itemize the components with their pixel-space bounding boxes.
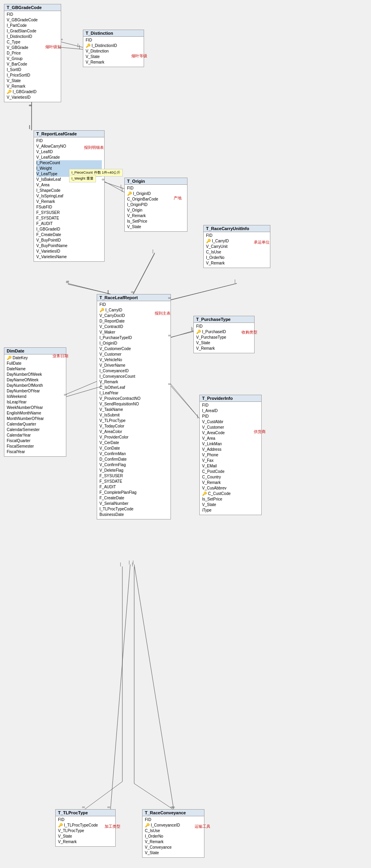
label-baodao-mingxi: 报到明细表 xyxy=(84,145,104,150)
field-fid-pt: FID xyxy=(196,324,252,329)
field-dprice: D_Price xyxy=(7,51,58,56)
field-vbuypointname: V_BuyPointName xyxy=(36,243,102,249)
field-calendarsemester: CalendarSemester xyxy=(7,427,64,433)
field-fid-r: FID xyxy=(36,138,102,144)
field-vstate-o: V_State xyxy=(127,224,185,230)
table-header-distinction: T_Distinction xyxy=(83,30,144,37)
field-fcreatedate-rl: F_CreateDate xyxy=(99,495,168,501)
field-fid-d: FID xyxy=(86,37,141,43)
field-vvarietiesid-r: V_VarietiesID xyxy=(36,249,102,254)
field-varea-r: V_Area xyxy=(36,182,102,188)
field-vconfirmflag: V_ConfirmFlag xyxy=(99,462,168,468)
field-vtaskname: V_TaskName xyxy=(99,407,168,412)
table-fields-dimdate: 🔑DateKey FullDate DateName DayNumberOfWe… xyxy=(4,354,66,456)
svg-text:∞: ∞ xyxy=(29,103,32,107)
field-vcustomer-pi: V_Customer xyxy=(202,425,259,430)
field-fid-tl: FID xyxy=(58,817,113,823)
field-vcusabbrev: V_CusAbbrev xyxy=(202,486,259,491)
field-faudit-r: F_AUDIT xyxy=(36,221,102,227)
table-header-gbgradecode: T_GBGradeCode xyxy=(4,4,61,11)
field-businessdate: BusinessDate xyxy=(99,512,168,517)
table-fields-raceleafreport: FID 🔑I_CarryID V_CarryDocID D_ReportDate… xyxy=(97,301,171,519)
svg-text:∞: ∞ xyxy=(171,805,173,809)
field-igbgradeid: 🔑I_GBGradeID xyxy=(7,89,58,95)
field-vserialnumber: V_SerialNumber xyxy=(99,501,168,506)
field-vbarcode: V_BarCode xyxy=(7,62,58,67)
field-vareacode: V_AreaCode xyxy=(202,430,259,436)
field-igradstancode: I_GradStanCode xyxy=(7,28,58,34)
svg-text:|: | xyxy=(234,279,236,283)
svg-text:|: | xyxy=(79,44,80,49)
field-vdrivername: V_DriverName xyxy=(99,363,168,368)
field-isortid: I_SortID xyxy=(7,67,58,73)
field-vstate-rc: V_State xyxy=(145,850,202,856)
field-fsysuser-r: F_SYSUSER xyxy=(36,210,102,216)
field-iconveyanceid: I_ConveyanceID xyxy=(99,368,168,374)
field-issetprice-pi: Is_SetPrice xyxy=(202,497,259,502)
table-fields-distinction: FID 🔑I_DistinctionID V_Distinction V_Sta… xyxy=(83,37,144,67)
field-vremark-pt: V_Remark xyxy=(196,346,252,351)
field-ishapecode: I_ShapeCode xyxy=(36,188,102,193)
svg-line-13 xyxy=(133,253,155,294)
label-jiagong-leixing: 加工类型 xyxy=(105,824,120,829)
field-ccustcode: 🔑C_CustCode xyxy=(202,491,259,497)
field-fcreatedate-r: F_CreateDate xyxy=(36,232,102,238)
field-ipiececount: I_PieceCount xyxy=(36,160,102,166)
field-englishmonthname: EnglishMonthName xyxy=(7,411,64,416)
field-fid-o: FID xyxy=(127,186,185,191)
field-idistinctionid-d: 🔑I_DistinctionID xyxy=(86,43,141,49)
table-fields-racecarryunitinfo: FID 🔑I_CarryID V_CarryUnit C_IsUse I_Ord… xyxy=(204,232,270,268)
field-vremark-o: V_Remark xyxy=(127,213,185,219)
svg-line-6 xyxy=(103,182,124,189)
field-dconfirmdate: D_ConfirmDate xyxy=(99,457,168,462)
field-fsysdate-rl: F_SYSDATE xyxy=(99,479,168,484)
table-origin: T_Origin FID 🔑I_OriginID C_OriginBarCode… xyxy=(124,178,187,232)
field-vgbgradecode: V_GBGradeCode xyxy=(7,17,58,23)
field-ipricesortid: I_PriceSortID xyxy=(7,73,58,78)
table-header-tlproctype: T_TLProcType xyxy=(56,810,115,816)
svg-text:|: | xyxy=(152,249,154,253)
field-vareacolor: V_AreaColor xyxy=(99,429,168,435)
svg-line-18 xyxy=(170,383,199,418)
svg-text:|: | xyxy=(191,326,192,331)
table-fields-origin: FID 🔑I_OriginID C_OriginBarCode I_Origin… xyxy=(125,185,187,231)
field-vvarietiesid: V_VarietiesID xyxy=(7,95,58,100)
field-vprovidercolor: V_ProviderColor xyxy=(99,435,168,440)
table-header-raceleafreport: T_RaceLeafReport xyxy=(97,294,171,301)
field-weeknumberofyear: WeekNumberOfYear xyxy=(7,405,64,411)
field-vorigin: V_Origin xyxy=(127,208,185,213)
field-ccountry: C_Country xyxy=(202,474,259,480)
field-vissubmit: V_IsSubmit xyxy=(99,412,168,418)
field-issetprice-o: Is_SetPrice xyxy=(127,219,185,224)
label-chandi: 产地 xyxy=(174,195,182,201)
tooltip-weight: I_Weight 重量 xyxy=(69,175,96,182)
field-fid-c: FID xyxy=(206,233,268,238)
field-itlproctypecode-rl: I_TLProcTypeCode xyxy=(99,506,168,512)
field-vcustomer-rl: V_Customer xyxy=(99,352,168,357)
field-vstate-pt: V_State xyxy=(196,340,252,346)
field-fsubfid: FSubFID xyxy=(36,204,102,210)
table-fields-reportleafgrade: FID V_AllowCarryNO V_LeafID V_LeafGrade … xyxy=(34,137,104,261)
field-fcompletplanflag: F_CompletePlanFlag xyxy=(99,490,168,495)
field-iconveyanceid-rc: 🔑I_ConveyanceID xyxy=(145,823,202,828)
table-fields-gbgradecode: FID V_GBGradeCode I_PartCode I_GradStanC… xyxy=(4,11,61,102)
field-vaddress: V_Address xyxy=(202,447,259,452)
field-vprovincecontractno: V_ProvinceContractNO xyxy=(99,396,168,401)
field-iconveyancecount: I_ConveyanceCount xyxy=(99,374,168,379)
field-vcustabbr: V_CustAbbr xyxy=(202,419,259,425)
field-vtodaycolor: V_TodayColor xyxy=(99,424,168,429)
field-vremark: V_Remark xyxy=(7,84,58,89)
svg-text:∞: ∞ xyxy=(131,290,134,294)
field-daynumberofmonth: DayNumberOfMonth xyxy=(7,383,64,388)
svg-text:|: | xyxy=(192,327,193,332)
field-calendarquarter: CalendarQuarter xyxy=(7,422,64,427)
label-gonghuo-shang: 供货商 xyxy=(254,429,266,435)
field-vcondate: V_ConDate xyxy=(99,446,168,451)
svg-text:|: | xyxy=(197,414,198,418)
table-gbgradecode: T_GBGradeCode FID V_GBGradeCode I_PartCo… xyxy=(4,4,61,102)
field-fid-pi: FID xyxy=(202,403,259,408)
field-faudit-rl: F_AUDIT xyxy=(99,484,168,490)
field-vconveyance: V_Conveyance xyxy=(145,845,202,850)
field-vpurchasetype: V_PurchaseType xyxy=(196,335,252,340)
field-isleapyear: IsLeapYear xyxy=(7,399,64,405)
